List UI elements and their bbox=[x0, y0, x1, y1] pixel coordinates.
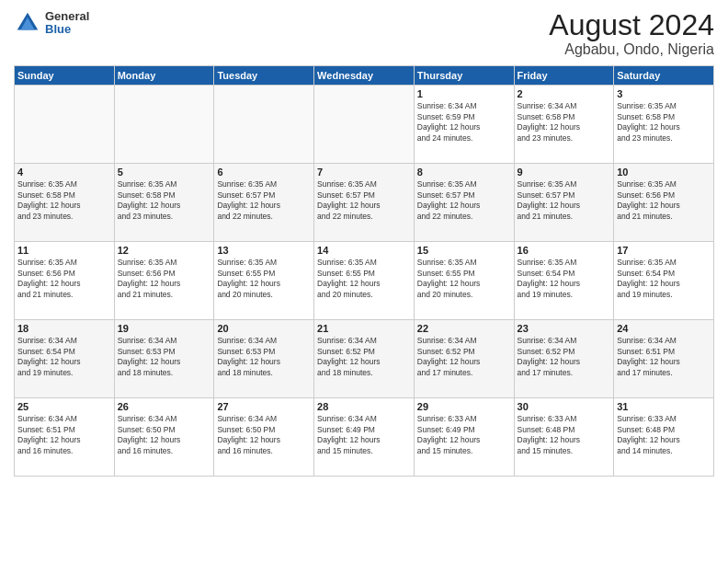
weekday-monday: Monday bbox=[114, 66, 214, 86]
calendar-body: 1Sunrise: 6:34 AMSunset: 6:59 PMDaylight… bbox=[15, 86, 714, 477]
day-info: Sunrise: 6:35 AMSunset: 6:55 PMDaylight:… bbox=[417, 258, 511, 300]
day-number: 9 bbox=[518, 167, 611, 178]
calendar-cell: 25Sunrise: 6:34 AMSunset: 6:51 PMDayligh… bbox=[15, 398, 115, 477]
calendar-cell: 15Sunrise: 6:35 AMSunset: 6:55 PMDayligh… bbox=[414, 242, 514, 320]
calendar-cell: 12Sunrise: 6:35 AMSunset: 6:56 PMDayligh… bbox=[114, 242, 214, 320]
calendar-cell: 28Sunrise: 6:34 AMSunset: 6:49 PMDayligh… bbox=[314, 398, 415, 477]
day-number: 18 bbox=[17, 323, 111, 334]
day-info: Sunrise: 6:34 AMSunset: 6:51 PMDaylight:… bbox=[17, 414, 111, 456]
day-info: Sunrise: 6:34 AMSunset: 6:52 PMDaylight:… bbox=[518, 336, 611, 378]
week-row-1: 1Sunrise: 6:34 AMSunset: 6:59 PMDaylight… bbox=[15, 86, 714, 164]
week-row-4: 18Sunrise: 6:34 AMSunset: 6:54 PMDayligh… bbox=[15, 320, 714, 398]
calendar-cell: 18Sunrise: 6:34 AMSunset: 6:54 PMDayligh… bbox=[15, 320, 115, 398]
day-info: Sunrise: 6:35 AMSunset: 6:55 PMDaylight:… bbox=[317, 258, 411, 300]
calendar-cell: 22Sunrise: 6:34 AMSunset: 6:52 PMDayligh… bbox=[414, 320, 514, 398]
week-row-5: 25Sunrise: 6:34 AMSunset: 6:51 PMDayligh… bbox=[15, 398, 714, 477]
day-number: 19 bbox=[118, 323, 211, 334]
day-number: 12 bbox=[118, 245, 211, 256]
title-block: August 2024 Agbabu, Ondo, Nigeria bbox=[549, 9, 714, 58]
day-info: Sunrise: 6:35 AMSunset: 6:56 PMDaylight:… bbox=[17, 258, 111, 300]
day-number: 8 bbox=[417, 167, 511, 178]
main-title: August 2024 bbox=[549, 9, 714, 41]
weekday-tuesday: Tuesday bbox=[214, 66, 314, 86]
week-row-2: 4Sunrise: 6:35 AMSunset: 6:58 PMDaylight… bbox=[15, 164, 714, 242]
calendar-cell: 14Sunrise: 6:35 AMSunset: 6:55 PMDayligh… bbox=[314, 242, 415, 320]
calendar-cell: 11Sunrise: 6:35 AMSunset: 6:56 PMDayligh… bbox=[15, 242, 115, 320]
day-info: Sunrise: 6:34 AMSunset: 6:58 PMDaylight:… bbox=[518, 101, 611, 144]
logo-blue: Blue bbox=[45, 23, 89, 36]
day-number: 23 bbox=[518, 323, 611, 334]
calendar-cell: 5Sunrise: 6:35 AMSunset: 6:58 PMDaylight… bbox=[114, 164, 214, 242]
day-number: 21 bbox=[317, 323, 411, 334]
day-info: Sunrise: 6:34 AMSunset: 6:59 PMDaylight:… bbox=[417, 101, 511, 144]
day-number: 14 bbox=[317, 245, 411, 256]
day-number: 6 bbox=[217, 167, 311, 178]
logo-general: General bbox=[45, 10, 89, 23]
calendar-cell: 2Sunrise: 6:34 AMSunset: 6:58 PMDaylight… bbox=[514, 86, 614, 164]
day-info: Sunrise: 6:35 AMSunset: 6:57 PMDaylight:… bbox=[518, 179, 611, 222]
calendar-header: SundayMondayTuesdayWednesdayThursdayFrid… bbox=[15, 66, 714, 86]
calendar-cell: 13Sunrise: 6:35 AMSunset: 6:55 PMDayligh… bbox=[214, 242, 314, 320]
day-info: Sunrise: 6:34 AMSunset: 6:51 PMDaylight:… bbox=[617, 336, 711, 378]
logo-icon bbox=[14, 9, 41, 37]
day-number: 1 bbox=[417, 88, 511, 99]
logo: General Blue bbox=[14, 9, 89, 37]
weekday-sunday: Sunday bbox=[15, 66, 115, 86]
weekday-friday: Friday bbox=[514, 66, 614, 86]
day-number: 31 bbox=[617, 401, 711, 412]
day-number: 30 bbox=[518, 401, 611, 412]
calendar-cell: 29Sunrise: 6:33 AMSunset: 6:49 PMDayligh… bbox=[414, 398, 514, 477]
day-info: Sunrise: 6:35 AMSunset: 6:56 PMDaylight:… bbox=[118, 258, 211, 300]
calendar-cell: 26Sunrise: 6:34 AMSunset: 6:50 PMDayligh… bbox=[114, 398, 214, 477]
day-number: 3 bbox=[617, 88, 711, 99]
day-number: 13 bbox=[217, 245, 311, 256]
day-number: 17 bbox=[617, 245, 711, 256]
day-info: Sunrise: 6:35 AMSunset: 6:58 PMDaylight:… bbox=[118, 179, 211, 222]
calendar-cell: 20Sunrise: 6:34 AMSunset: 6:53 PMDayligh… bbox=[214, 320, 314, 398]
day-number: 25 bbox=[17, 401, 111, 412]
day-info: Sunrise: 6:35 AMSunset: 6:55 PMDaylight:… bbox=[217, 258, 311, 300]
day-number: 29 bbox=[417, 401, 511, 412]
calendar-cell: 10Sunrise: 6:35 AMSunset: 6:56 PMDayligh… bbox=[614, 164, 714, 242]
day-info: Sunrise: 6:35 AMSunset: 6:54 PMDaylight:… bbox=[518, 258, 611, 300]
calendar-cell: 9Sunrise: 6:35 AMSunset: 6:57 PMDaylight… bbox=[514, 164, 614, 242]
subtitle: Agbabu, Ondo, Nigeria bbox=[549, 41, 714, 58]
weekday-saturday: Saturday bbox=[614, 66, 714, 86]
calendar-cell bbox=[214, 86, 314, 164]
day-number: 22 bbox=[417, 323, 511, 334]
calendar-cell: 8Sunrise: 6:35 AMSunset: 6:57 PMDaylight… bbox=[414, 164, 514, 242]
calendar-cell bbox=[114, 86, 214, 164]
day-info: Sunrise: 6:35 AMSunset: 6:56 PMDaylight:… bbox=[617, 179, 711, 222]
calendar-cell: 17Sunrise: 6:35 AMSunset: 6:54 PMDayligh… bbox=[614, 242, 714, 320]
day-number: 4 bbox=[17, 167, 111, 178]
day-number: 24 bbox=[617, 323, 711, 334]
day-number: 26 bbox=[118, 401, 211, 412]
day-info: Sunrise: 6:34 AMSunset: 6:53 PMDaylight:… bbox=[118, 336, 211, 378]
day-info: Sunrise: 6:35 AMSunset: 6:54 PMDaylight:… bbox=[617, 258, 711, 300]
day-info: Sunrise: 6:33 AMSunset: 6:48 PMDaylight:… bbox=[617, 414, 711, 456]
calendar-cell: 30Sunrise: 6:33 AMSunset: 6:48 PMDayligh… bbox=[514, 398, 614, 477]
weekday-thursday: Thursday bbox=[414, 66, 514, 86]
day-number: 2 bbox=[518, 88, 611, 99]
day-info: Sunrise: 6:35 AMSunset: 6:57 PMDaylight:… bbox=[317, 179, 411, 222]
calendar-cell: 21Sunrise: 6:34 AMSunset: 6:52 PMDayligh… bbox=[314, 320, 415, 398]
day-info: Sunrise: 6:35 AMSunset: 6:58 PMDaylight:… bbox=[617, 101, 711, 144]
weekday-wednesday: Wednesday bbox=[314, 66, 415, 86]
calendar-cell: 19Sunrise: 6:34 AMSunset: 6:53 PMDayligh… bbox=[114, 320, 214, 398]
calendar-cell: 23Sunrise: 6:34 AMSunset: 6:52 PMDayligh… bbox=[514, 320, 614, 398]
day-number: 15 bbox=[417, 245, 511, 256]
day-info: Sunrise: 6:35 AMSunset: 6:57 PMDaylight:… bbox=[417, 179, 511, 222]
calendar-cell: 3Sunrise: 6:35 AMSunset: 6:58 PMDaylight… bbox=[614, 86, 714, 164]
day-number: 7 bbox=[317, 167, 411, 178]
calendar-cell: 27Sunrise: 6:34 AMSunset: 6:50 PMDayligh… bbox=[214, 398, 314, 477]
day-info: Sunrise: 6:34 AMSunset: 6:50 PMDaylight:… bbox=[217, 414, 311, 456]
logo-text: General Blue bbox=[45, 10, 89, 37]
day-info: Sunrise: 6:34 AMSunset: 6:49 PMDaylight:… bbox=[317, 414, 411, 456]
day-info: Sunrise: 6:33 AMSunset: 6:48 PMDaylight:… bbox=[518, 414, 611, 456]
calendar-cell: 16Sunrise: 6:35 AMSunset: 6:54 PMDayligh… bbox=[514, 242, 614, 320]
calendar-cell bbox=[314, 86, 415, 164]
day-number: 11 bbox=[17, 245, 111, 256]
page: General Blue August 2024 Agbabu, Ondo, N… bbox=[0, 0, 728, 563]
calendar-table: SundayMondayTuesdayWednesdayThursdayFrid… bbox=[14, 65, 714, 477]
day-info: Sunrise: 6:34 AMSunset: 6:52 PMDaylight:… bbox=[417, 336, 511, 378]
